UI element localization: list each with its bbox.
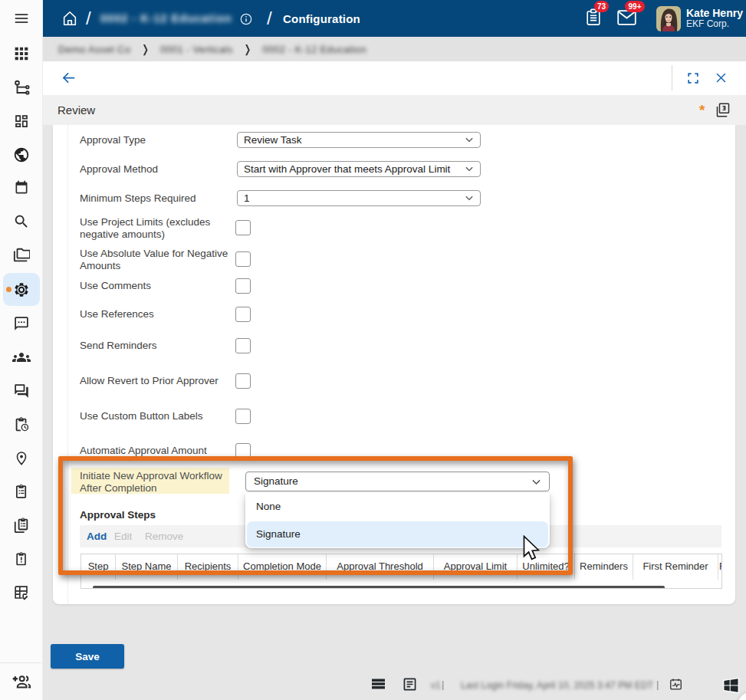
card-inner-border [67, 125, 68, 604]
home-icon[interactable] [61, 10, 78, 27]
breadcrumb: Demo Asset Co ❯ 0001 - Verticals ❯ 0002 … [43, 37, 746, 61]
table-header-cell[interactable]: Unlimited? [518, 554, 575, 580]
top-navigation-bar: / 0002 - K-12 Education / Configuration … [43, 0, 746, 37]
breadcrumb-item[interactable]: 0001 - Verticals [160, 44, 232, 55]
checkbox-label: Allow Revert to Prior Approver [80, 375, 241, 387]
status-document-icon[interactable] [403, 678, 416, 691]
hierarchy-icon[interactable] [13, 80, 30, 97]
table-header-cell[interactable]: Reminder Frequency [718, 554, 722, 580]
configuration-card: Approval TypeReview TaskApproval MethodS… [53, 125, 735, 604]
checkbox[interactable] [235, 409, 251, 424]
page-title: Configuration [283, 12, 360, 25]
mail-badge: 99+ [625, 1, 645, 12]
windows-logo-icon[interactable] [723, 676, 739, 695]
highlighted-field-label: Initiate New Approval WorkflowAfter Comp… [71, 468, 229, 494]
close-icon[interactable] [715, 72, 727, 84]
panel-toolbar [43, 61, 746, 95]
chevron-down-icon [465, 137, 473, 143]
edit-button[interactable]: Edit [114, 525, 132, 547]
tasks-badge: 73 [594, 1, 609, 12]
slash-separator: / [86, 11, 94, 26]
plan-check-icon[interactable] [13, 585, 29, 601]
table-header-cell[interactable]: Step Name [116, 554, 178, 580]
add-button[interactable]: Add [87, 525, 107, 547]
approval-steps-title: Approval Steps [80, 509, 156, 521]
status-activity-icon[interactable] [669, 678, 682, 691]
sidebar-divider [0, 662, 41, 663]
chevron-down-icon [465, 166, 473, 173]
dropdown-option-signature[interactable]: Signature [247, 521, 548, 547]
stack-3-icon[interactable] [716, 103, 730, 117]
checkbox-label: Use References [80, 308, 241, 320]
globe-icon[interactable] [13, 146, 30, 163]
dashboard-icon[interactable] [13, 113, 29, 130]
field-select[interactable]: Start with Approver that meets Approval … [237, 161, 481, 177]
checkbox[interactable] [235, 220, 251, 235]
breadcrumb-item[interactable]: 0002 - K-12 Education [262, 44, 366, 55]
checkbox[interactable] [235, 278, 251, 294]
status-bar: v1 | Last Login Friday, April 10, 2025 3… [43, 672, 746, 700]
horizontal-scrollbar-thumb[interactable] [93, 586, 665, 589]
application-window: / 0002 - K-12 Education / Configuration … [0, 0, 746, 700]
dropdown-option-none[interactable]: None [245, 493, 550, 521]
status-fragment-blurred: v1 [431, 680, 441, 691]
highlighted-field-label-text: Initiate New Approval WorkflowAfter Comp… [80, 470, 222, 494]
field-select[interactable]: Review Task [237, 132, 481, 148]
clipboard-clock-icon[interactable] [13, 416, 30, 433]
table-header-cell[interactable]: Recipients [178, 554, 238, 580]
field-select-value: Start with Approver that meets Approval … [244, 163, 450, 175]
table-header-row: StepStep NameRecipientsCompletion ModeAp… [81, 554, 722, 580]
workflow-select[interactable]: Signature [245, 472, 550, 491]
forum-icon[interactable] [13, 383, 29, 399]
breadcrumb-tenant-blurred[interactable]: 0002 - K-12 Education [100, 12, 232, 25]
table-header-cell[interactable]: First Reminder [633, 554, 718, 580]
table-header-cell[interactable]: Completion Mode [238, 554, 327, 580]
menu-icon[interactable] [13, 10, 30, 27]
clipboard-alert-icon[interactable] [14, 551, 29, 567]
breadcrumb-item[interactable]: Demo Asset Co [58, 44, 130, 55]
info-icon[interactable] [240, 13, 252, 25]
location-pin-icon[interactable] [13, 451, 29, 467]
status-menu-icon[interactable] [372, 679, 385, 689]
folders-icon[interactable] [13, 247, 30, 264]
clipboard-copy-icon[interactable] [13, 517, 30, 534]
clipboard-list-icon[interactable] [13, 484, 29, 500]
checkbox[interactable] [235, 307, 251, 322]
people-group-icon[interactable] [12, 348, 31, 366]
user-info[interactable]: Kate Henry EKF Corp. [686, 8, 743, 29]
table-header-cell[interactable]: Approval Limit [434, 554, 518, 580]
expand-icon[interactable] [688, 73, 698, 84]
avatar[interactable] [656, 6, 681, 31]
chevron-down-icon [532, 479, 541, 485]
toolbar-divider [672, 65, 672, 90]
search-icon[interactable] [13, 213, 30, 230]
field-select[interactable]: 1 [237, 190, 481, 206]
remove-button[interactable]: Remove [145, 525, 183, 547]
checkbox-label: Use Custom Button Labels [80, 410, 241, 422]
section-title: Review [58, 104, 95, 117]
field-label: Approval Method [80, 163, 241, 176]
save-button[interactable]: Save [51, 644, 124, 669]
checkbox[interactable] [235, 373, 251, 389]
back-arrow-icon[interactable] [61, 70, 77, 86]
table-header-cell[interactable]: Approval Threshold [327, 554, 434, 580]
settings-gear-icon[interactable] [13, 281, 30, 298]
checkbox-label: Send Reminders [80, 340, 241, 352]
workflow-select-value: Signature [254, 475, 298, 487]
table-header-cell[interactable]: Step [81, 554, 116, 580]
required-marker: * [699, 102, 705, 119]
comment-icon[interactable] [13, 316, 29, 332]
field-select-value: Review Task [244, 134, 302, 146]
checkbox[interactable] [235, 443, 251, 458]
mail-icon[interactable] [617, 10, 636, 25]
calendar-icon[interactable] [14, 180, 29, 196]
last-login-blurred: Last Login Friday, April 10, 2025 3:47 P… [461, 680, 653, 691]
user-name: Kate Henry [686, 8, 743, 18]
field-select-value: 1 [244, 192, 250, 204]
person-add-icon[interactable] [12, 674, 31, 690]
checkbox[interactable] [235, 338, 251, 353]
checkbox[interactable] [235, 251, 251, 267]
notification-dot [6, 287, 12, 292]
table-header-cell[interactable]: Reminders [575, 554, 633, 580]
apps-grid-icon[interactable] [14, 46, 29, 61]
